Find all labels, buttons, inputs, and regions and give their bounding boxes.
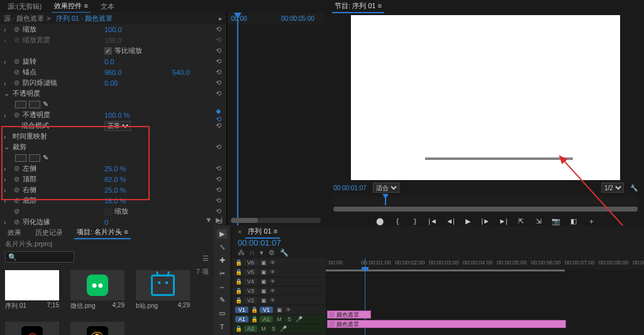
pen-tool-icon[interactable]: ✎ (217, 295, 227, 305)
effect-timeline[interactable]: :00:00 00:00:05:00 (226, 13, 325, 227)
anchor-x[interactable]: 960.0 (104, 69, 167, 76)
feather-value[interactable]: 0 (104, 219, 167, 226)
crop-left-value[interactable]: 25.0 % (104, 165, 167, 173)
list-view-icon[interactable]: ☰ (203, 254, 209, 263)
crop-bottom-value[interactable]: 16.0 % (104, 197, 167, 205)
zoom-scrollbar[interactable] (231, 218, 321, 223)
timeline-seq-tab[interactable]: 序列 01 ≡ (245, 225, 280, 239)
prop-scale[interactable]: 缩放 (23, 25, 36, 34)
prop-flicker[interactable]: 防闪烁滤镜 (23, 78, 57, 88)
clip-sequence[interactable]: 序列 01 · 颜色遮罩 (56, 14, 113, 23)
panel-menu-icon[interactable]: ▶| (216, 216, 223, 224)
track-select-tool-icon[interactable]: ⤡ (217, 242, 227, 252)
lift-icon[interactable]: ⇱ (516, 217, 525, 225)
work-area-bar[interactable] (326, 270, 565, 271)
group-time-remap[interactable]: 时间重映射 (13, 132, 47, 141)
stopwatch-icon[interactable]: ⊘ (13, 79, 20, 87)
stopwatch-icon[interactable]: ⊘ (13, 165, 20, 173)
crop-zoom-checkbox[interactable] (104, 208, 112, 215)
target-v1[interactable]: V1 (235, 307, 248, 313)
prop-crop-bottom[interactable]: 底部 (23, 196, 36, 205)
stopwatch-icon[interactable]: ⊘ (13, 26, 20, 33)
type-tool-icon[interactable]: T (217, 322, 227, 331)
stopwatch-icon[interactable]: ⊘ (13, 111, 20, 119)
play-icon[interactable]: ▶ (464, 217, 472, 225)
bin-item[interactable]: 👁 (70, 322, 125, 335)
linked-icon[interactable]: ∩ (250, 249, 255, 257)
bin-item[interactable]: 序列 017;15 (5, 270, 59, 310)
stopwatch-icon[interactable]: ⊘ (13, 58, 20, 65)
go-out-icon[interactable]: ►| (499, 217, 508, 225)
mark-in-icon[interactable]: ⬤ (375, 217, 384, 225)
mark-in-icon[interactable]: { (393, 217, 402, 225)
scale-value[interactable]: 100.0 (104, 26, 167, 33)
tab-text[interactable]: 文本 (98, 1, 117, 13)
comparison-icon[interactable]: ◧ (569, 217, 578, 225)
track-v4[interactable]: V4 (244, 278, 257, 285)
timeline-tracks-area[interactable]: :00:00 00:00:01:00 00:00:02:00 00:00:03:… (326, 258, 644, 335)
step-fwd-icon[interactable]: |► (481, 217, 490, 225)
export-frame-icon[interactable]: 📷 (552, 217, 560, 225)
filter-icon[interactable]: ▼ (205, 216, 212, 224)
blend-mode-select[interactable]: 正常 (104, 121, 131, 131)
prop-rotation[interactable]: 旋转 (23, 57, 36, 66)
mask-rect-icon[interactable] (29, 101, 40, 108)
track-a1[interactable]: A1 (260, 316, 273, 322)
program-timecode[interactable]: 00:00:01:07 (333, 185, 367, 191)
playhead[interactable] (237, 13, 238, 227)
stopwatch-icon[interactable]: ⊘ (13, 186, 20, 194)
prop-crop-left[interactable]: 左侧 (23, 164, 36, 173)
marker-icon[interactable]: ▾ (260, 249, 264, 257)
track-v5[interactable]: V5 (244, 269, 257, 275)
track-v6[interactable]: V6 (244, 259, 257, 266)
clip-v2[interactable]: ▨ 颜色遮罩 (327, 310, 371, 319)
stopwatch-icon[interactable]: ⊘ (13, 69, 20, 76)
clip-v1[interactable]: ▨ 颜色遮罩 (327, 320, 566, 328)
go-in-icon[interactable]: |◄ (428, 217, 437, 225)
stopwatch-icon[interactable]: ⊘ (13, 176, 20, 183)
mask-rect-icon[interactable] (29, 154, 40, 162)
anchor-y[interactable]: 540.0 (172, 69, 190, 76)
crop-right-value[interactable]: 25.0 % (104, 186, 167, 194)
crop-top-value[interactable]: 82.0 % (104, 176, 167, 183)
mask-ellipse-icon[interactable] (15, 101, 26, 108)
razor-tool-icon[interactable]: ✂ (217, 269, 227, 278)
opacity-value[interactable]: 100.0 % (104, 111, 167, 119)
prop-anchor[interactable]: 锚点 (23, 67, 36, 77)
tab-history[interactable]: 历史记录 (33, 227, 65, 239)
wrench-icon[interactable]: 🔧 (280, 249, 289, 257)
prop-crop-top[interactable]: 顶部 (23, 174, 36, 184)
step-back-icon[interactable]: ◄| (446, 217, 455, 225)
mask-ellipse-icon[interactable] (15, 154, 26, 162)
target-a1[interactable]: A1 (235, 316, 248, 322)
program-viewport[interactable] (351, 15, 620, 180)
bin-item[interactable]: b站.png4;29 (136, 270, 190, 310)
prop-crop-right[interactable]: 右侧 (23, 185, 36, 195)
stopwatch-icon[interactable]: ⊘ (13, 37, 20, 44)
tab-project[interactable]: 项目: 名片片头 ≡ (74, 226, 131, 239)
program-tab[interactable]: 节目: 序列 01 ≡ (332, 0, 384, 13)
selection-tool-icon[interactable]: ▶ (217, 229, 227, 239)
rotation-value[interactable]: 0.0 (104, 58, 167, 65)
tab-effect-controls[interactable]: 效果控件 ≡ (52, 0, 90, 13)
settings-icon[interactable]: ⚙ (269, 249, 275, 257)
stopwatch-icon[interactable]: ⊘ (13, 208, 20, 215)
group-crop[interactable]: 裁剪 (13, 142, 26, 152)
snap-icon[interactable]: ⁂ (238, 249, 245, 257)
timeline-ruler[interactable]: :00:00 00:00:01:00 00:00:02:00 00:00:03:… (326, 258, 644, 270)
track-v3[interactable]: V3 (244, 288, 257, 294)
tab-source[interactable]: 源:(无剪辑) (5, 1, 44, 13)
fit-select[interactable]: 适合 (373, 183, 399, 193)
stopwatch-icon[interactable]: ⊘ (13, 197, 20, 205)
stopwatch-icon[interactable]: ⊘ (13, 219, 20, 226)
slip-tool-icon[interactable]: ↔ (217, 282, 227, 292)
program-playhead[interactable] (385, 196, 386, 205)
flicker-value[interactable]: 0.00 (104, 79, 167, 87)
settings-icon[interactable]: 🔧 (630, 185, 638, 191)
tab-effects[interactable]: 效果 (5, 227, 24, 239)
track-v1[interactable]: V1 (260, 307, 273, 313)
project-search[interactable]: 🔍 (5, 251, 74, 263)
extract-icon[interactable]: ⇲ (534, 217, 543, 225)
track-v2[interactable]: V2 (244, 297, 257, 304)
button-editor-icon[interactable]: ＋ (587, 217, 596, 225)
